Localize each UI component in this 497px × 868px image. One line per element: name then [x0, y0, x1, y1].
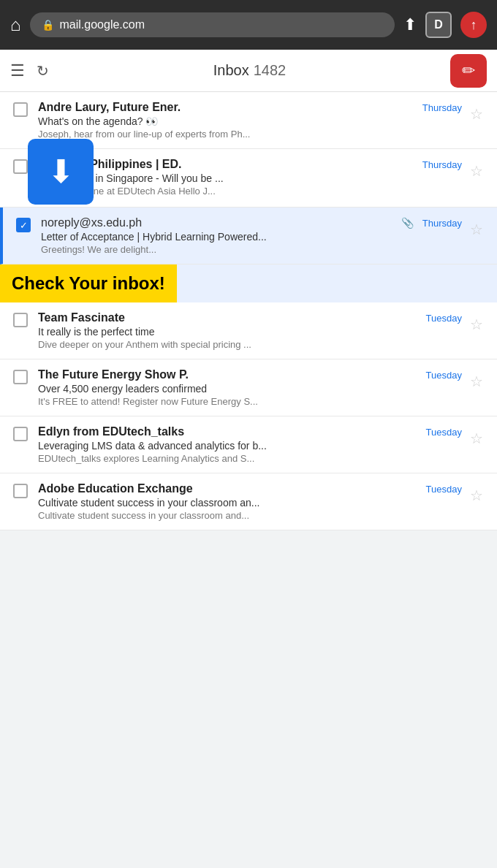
lock-icon: 🔒: [42, 19, 54, 31]
checkbox-area-1[interactable]: [10, 102, 31, 117]
sender-name-1: Andre Laury, Future Ener.: [38, 101, 411, 114]
checkbox-2[interactable]: [13, 159, 28, 174]
email-preview-4: Dive deeper on your Anthem with special …: [38, 339, 462, 350]
email-preview-3: Greetings! We are delight...: [41, 244, 462, 255]
avatar-icon: ↑: [471, 18, 477, 33]
checkbox-4[interactable]: [13, 313, 28, 327]
email-date-4: Tuesday: [426, 313, 462, 324]
inbox-count: 1482: [254, 62, 287, 79]
email-item-5[interactable]: The Future Energy Show P. Tuesday Over 4…: [0, 359, 497, 416]
checkbox-area-6[interactable]: [10, 427, 31, 441]
checkbox-5[interactable]: [13, 370, 28, 384]
star-icon-5: ☆: [470, 373, 483, 390]
email-item-6[interactable]: Edlyn from EDUtech_talks Tuesday Leverag…: [0, 416, 497, 473]
email-subject-3: Letter of Acceptance | Hybrid Learning P…: [41, 231, 462, 243]
checkbox-7[interactable]: [13, 484, 28, 498]
star-icon-6: ☆: [470, 430, 483, 447]
attachment-icon-3: 📎: [401, 217, 414, 229]
email-preview-2: ng for everyone at EDUtech Asia Hello J.…: [38, 186, 462, 197]
download-arrow-icon: ⬇: [48, 153, 75, 190]
profile-avatar[interactable]: ↑: [460, 12, 487, 38]
checkbox-area-5[interactable]: [10, 370, 31, 384]
email-item-7[interactable]: Adobe Education Exchange Tuesday Cultiva…: [0, 473, 497, 530]
email-preview-6: EDUtech_talks explores Learning Analytic…: [38, 453, 462, 464]
email-date-6: Tuesday: [426, 427, 462, 438]
email-content-4: Team Fascinate Tuesday It really is the …: [38, 311, 462, 350]
email-subject-6: Leveraging LMS data & advanced analytics…: [38, 440, 462, 452]
checkbox-6[interactable]: [13, 427, 28, 441]
sender-name-4: Team Fascinate: [38, 311, 414, 324]
compose-button[interactable]: ✏: [450, 54, 487, 88]
star-area-1[interactable]: ☆: [466, 105, 487, 123]
home-icon[interactable]: ⌂: [10, 15, 21, 35]
url-bar[interactable]: 🔒 mail.google.com: [30, 12, 395, 37]
inbox-title: Inbox: [213, 62, 249, 79]
email-content-1: Andre Laury, Future Ener. Thursday What'…: [38, 101, 462, 140]
email-item-3[interactable]: ✓ noreply@xs.edu.ph 📎 Thursday Letter of…: [0, 208, 497, 264]
star-area-5[interactable]: ☆: [466, 373, 487, 390]
email-preview-7: Cultivate student success in your classr…: [38, 510, 462, 521]
email-date-3: Thursday: [422, 218, 462, 229]
star-area-2[interactable]: ☆: [466, 162, 487, 180]
star-icon-4: ☆: [470, 316, 483, 333]
tab-count: D: [434, 18, 443, 31]
browser-chrome: ⌂ 🔒 mail.google.com ⬆ D ↑: [0, 0, 497, 50]
email-content-6: Edlyn from EDUtech_talks Tuesday Leverag…: [38, 425, 462, 464]
check-inbox-container: Check Your inbox!: [0, 264, 497, 302]
sender-name-2: EDUtech Philippines | ED.: [38, 158, 411, 171]
download-overlay-icon[interactable]: ⬇: [28, 139, 94, 205]
star-icon-2: ☆: [470, 162, 483, 180]
email-item-4[interactable]: Team Fascinate Tuesday It really is the …: [0, 302, 497, 359]
email-content-5: The Future Energy Show P. Tuesday Over 4…: [38, 368, 462, 407]
sender-name-3: noreply@xs.edu.ph: [41, 216, 395, 229]
sender-name-7: Adobe Education Exchange: [38, 482, 414, 495]
star-area-6[interactable]: ☆: [466, 430, 487, 447]
email-subject-5: Over 4,500 energy leaders confirmed: [38, 383, 462, 395]
email-preview-5: It's FREE to attend! Register now Future…: [38, 396, 462, 407]
compose-icon: ✏: [462, 61, 475, 80]
email-content-2: EDUtech Philippines | ED. Thursday Asia …: [38, 158, 462, 197]
check-inbox-banner: Check Your inbox!: [0, 264, 177, 302]
star-icon-1: ☆: [470, 105, 483, 123]
sender-name-5: The Future Energy Show P.: [38, 368, 414, 381]
star-icon-7: ☆: [470, 487, 483, 504]
url-text: mail.google.com: [60, 18, 145, 31]
star-area-7[interactable]: ☆: [466, 487, 487, 504]
tab-switcher-icon[interactable]: D: [425, 12, 452, 38]
email-content-7: Adobe Education Exchange Tuesday Cultiva…: [38, 482, 462, 521]
email-list: Andre Laury, Future Ener. Thursday What'…: [0, 92, 497, 530]
email-subject-4: It really is the perfect time: [38, 326, 462, 338]
star-icon-3: ☆: [470, 221, 483, 238]
menu-icon[interactable]: ☰: [10, 61, 25, 80]
gmail-toolbar: ☰ ↻ Inbox 1482 ✏: [0, 50, 497, 92]
email-date-2: Thursday: [422, 159, 462, 170]
checkbox-area-7[interactable]: [10, 484, 31, 498]
email-subject-2: Asia is back in Singapore - Will you be …: [38, 172, 462, 184]
email-content-3: noreply@xs.edu.ph 📎 Thursday Letter of A…: [41, 216, 462, 255]
email-subject-7: Cultivate student success in your classr…: [38, 497, 462, 509]
share-icon[interactable]: ⬆: [403, 15, 417, 34]
refresh-icon[interactable]: ↻: [37, 62, 49, 80]
star-area-3[interactable]: ☆: [466, 221, 487, 238]
star-area-4[interactable]: ☆: [466, 316, 487, 333]
email-date-5: Tuesday: [426, 370, 462, 381]
email-preview-1: Joseph, hear from our line-up of experts…: [38, 129, 462, 140]
sender-name-6: Edlyn from EDUtech_talks: [38, 425, 414, 438]
email-date-7: Tuesday: [426, 484, 462, 495]
checkbox-3[interactable]: ✓: [16, 218, 31, 232]
email-item-2[interactable]: EDUtech Philippines | ED. Thursday Asia …: [0, 149, 497, 208]
email-subject-1: What's on the agenda? 👀: [38, 115, 462, 127]
checkbox-area-4[interactable]: [10, 313, 31, 327]
checkbox-area-3[interactable]: ✓: [13, 218, 34, 232]
email-date-1: Thursday: [422, 102, 462, 113]
checkbox-1[interactable]: [13, 102, 28, 117]
